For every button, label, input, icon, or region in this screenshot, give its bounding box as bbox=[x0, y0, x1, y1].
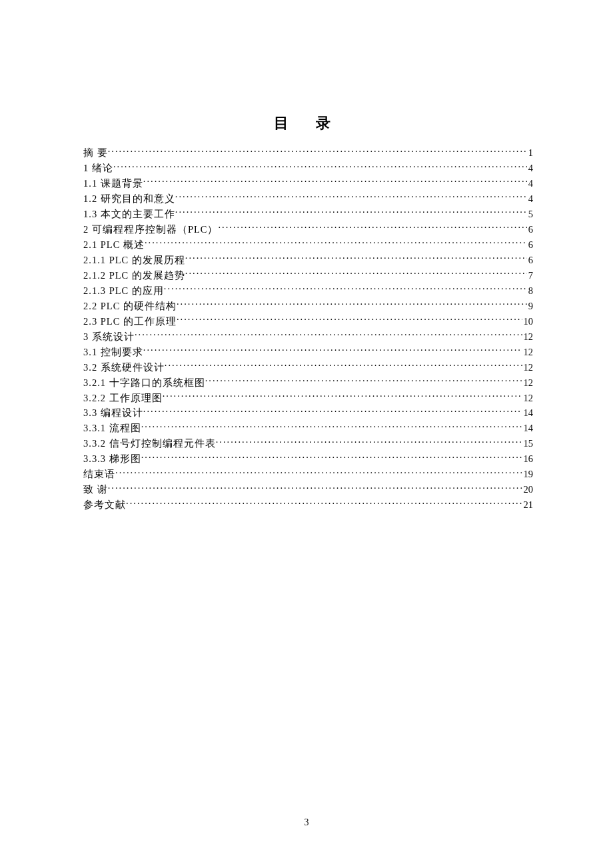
toc-row: 3.3 编程设计 14 bbox=[83, 405, 533, 420]
toc-entry-label: 2.3 PLC 的工作原理 bbox=[83, 314, 177, 329]
toc-entry-label: 2 可编程程序控制器（PLC） bbox=[83, 222, 218, 237]
toc-entry-page: 4 bbox=[527, 191, 533, 206]
toc-row: 3.3.2 信号灯控制编程元件表 15 bbox=[83, 436, 533, 451]
toc-leader-dots bbox=[113, 161, 527, 171]
toc-entry-label: 3.1 控制要求 bbox=[83, 345, 143, 359]
toc-leader-dots bbox=[164, 284, 527, 294]
toc-entry-page: 8 bbox=[527, 283, 533, 298]
toc-row: 1.3 本文的主要工作 5 bbox=[83, 207, 533, 221]
toc-leader-dots bbox=[143, 177, 527, 187]
toc-leader-dots bbox=[141, 453, 522, 463]
toc-leader-dots bbox=[135, 330, 522, 340]
toc-leader-dots bbox=[115, 468, 522, 478]
toc-row: 2.3 PLC 的工作原理 10 bbox=[83, 314, 533, 329]
toc-leader-dots bbox=[205, 376, 522, 386]
toc-entry-label: 3.3.1 流程图 bbox=[83, 421, 141, 435]
toc-entry-label: 2.1.3 PLC 的应用 bbox=[83, 283, 164, 298]
toc-entry-page: 15 bbox=[522, 436, 534, 451]
toc-row: 1.1 课题背景 4 bbox=[83, 176, 533, 191]
toc-row: 结束语 19 bbox=[83, 467, 533, 481]
toc-entry-label: 3 系统设计 bbox=[83, 329, 135, 344]
toc-entry-label: 结束语 bbox=[83, 467, 115, 481]
toc-row: 3 系统设计 12 bbox=[83, 329, 533, 344]
toc-entry-page: 6 bbox=[527, 222, 533, 237]
toc-entry-label: 2.1.1 PLC 的发展历程 bbox=[83, 253, 185, 267]
toc-entry-page: 4 bbox=[527, 161, 533, 175]
page-number: 3 bbox=[0, 817, 613, 828]
toc-entry-label: 3.2.2 工作原理图 bbox=[83, 391, 163, 405]
toc-entry-page: 20 bbox=[522, 482, 534, 497]
toc-row: 致 谢 20 bbox=[83, 482, 533, 497]
toc-leader-dots bbox=[108, 483, 522, 493]
toc-leader-dots bbox=[163, 391, 522, 401]
toc-leader-dots bbox=[177, 299, 527, 309]
toc-entry-page: 14 bbox=[522, 405, 534, 420]
toc-entry-page: 12 bbox=[522, 391, 534, 405]
toc-row: 3.3.1 流程图 14 bbox=[83, 421, 533, 435]
toc-entry-page: 12 bbox=[522, 360, 534, 375]
toc-entry-label: 3.3 编程设计 bbox=[83, 405, 143, 420]
toc-entry-label: 1.2 研究目的和意义 bbox=[83, 191, 175, 206]
toc-leader-dots bbox=[216, 437, 522, 447]
toc-row: 2.1.1 PLC 的发展历程 6 bbox=[83, 253, 533, 267]
table-of-contents: 摘 要 11 绪论 41.1 课题背景 41.2 研究目的和意义 41.3 本文… bbox=[83, 145, 533, 513]
toc-leader-dots bbox=[185, 253, 527, 263]
document-page: 目 录 摘 要 11 绪论 41.1 课题背景 41.2 研究目的和意义 41.… bbox=[0, 0, 613, 513]
toc-row: 3.1 控制要求 12 bbox=[83, 345, 533, 359]
toc-entry-label: 致 谢 bbox=[83, 482, 108, 497]
toc-entry-page: 14 bbox=[522, 421, 534, 435]
toc-entry-label: 1.3 本文的主要工作 bbox=[83, 207, 175, 221]
toc-leader-dots bbox=[165, 361, 522, 371]
toc-row: 1 绪论 4 bbox=[83, 161, 533, 175]
toc-leader-dots bbox=[175, 207, 527, 217]
toc-row: 2 可编程程序控制器（PLC） 6 bbox=[83, 222, 533, 237]
toc-row: 摘 要 1 bbox=[83, 145, 533, 160]
toc-entry-label: 1.1 课题背景 bbox=[83, 176, 143, 191]
toc-leader-dots bbox=[218, 223, 526, 233]
toc-row: 3.2.1 十字路口的系统框图 12 bbox=[83, 375, 533, 390]
toc-entry-page: 9 bbox=[527, 299, 533, 313]
toc-leader-dots bbox=[143, 345, 522, 355]
toc-row: 1.2 研究目的和意义 4 bbox=[83, 191, 533, 206]
toc-entry-page: 19 bbox=[522, 467, 534, 481]
toc-leader-dots bbox=[126, 499, 522, 509]
toc-leader-dots bbox=[141, 422, 522, 432]
toc-entry-label: 2.1.2 PLC 的发展趋势 bbox=[83, 268, 185, 283]
toc-row: 参考文献 21 bbox=[83, 497, 533, 512]
toc-entry-label: 3.2.1 十字路口的系统框图 bbox=[83, 375, 205, 390]
toc-row: 2.1.3 PLC 的应用 8 bbox=[83, 283, 533, 298]
toc-entry-label: 摘 要 bbox=[83, 145, 108, 160]
toc-row: 2.1 PLC 概述 6 bbox=[83, 237, 533, 252]
toc-entry-label: 3.3.2 信号灯控制编程元件表 bbox=[83, 436, 216, 451]
toc-leader-dots bbox=[108, 147, 527, 157]
toc-entry-page: 12 bbox=[522, 345, 534, 359]
toc-entry-page: 4 bbox=[527, 176, 533, 191]
toc-leader-dots bbox=[175, 192, 527, 202]
toc-entry-page: 16 bbox=[522, 451, 534, 466]
toc-row: 3.3.3 梯形图 16 bbox=[83, 451, 533, 466]
toc-entry-page: 6 bbox=[527, 253, 533, 267]
toc-leader-dots bbox=[145, 238, 527, 248]
toc-entry-page: 10 bbox=[522, 314, 534, 329]
toc-entry-page: 6 bbox=[527, 237, 533, 252]
toc-leader-dots bbox=[143, 407, 522, 417]
toc-title: 目 录 bbox=[83, 113, 533, 133]
toc-entry-label: 3.3.3 梯形图 bbox=[83, 451, 141, 466]
toc-entry-page: 21 bbox=[522, 497, 534, 512]
toc-entry-label: 参考文献 bbox=[83, 497, 126, 512]
toc-row: 3.2 系统硬件设计 12 bbox=[83, 360, 533, 375]
toc-entry-page: 12 bbox=[522, 375, 534, 390]
toc-entry-label: 1 绪论 bbox=[83, 161, 113, 175]
toc-entry-page: 7 bbox=[527, 268, 533, 283]
toc-entry-page: 12 bbox=[522, 329, 534, 344]
toc-entry-page: 1 bbox=[527, 145, 533, 160]
toc-entry-page: 5 bbox=[527, 207, 533, 221]
toc-row: 3.2.2 工作原理图 12 bbox=[83, 391, 533, 405]
toc-entry-label: 2.1 PLC 概述 bbox=[83, 237, 145, 252]
toc-entry-label: 2.2 PLC 的硬件结构 bbox=[83, 299, 177, 313]
toc-entry-label: 3.2 系统硬件设计 bbox=[83, 360, 165, 375]
toc-row: 2.2 PLC 的硬件结构 9 bbox=[83, 299, 533, 313]
toc-leader-dots bbox=[185, 269, 527, 279]
toc-row: 2.1.2 PLC 的发展趋势 7 bbox=[83, 268, 533, 283]
toc-leader-dots bbox=[177, 315, 522, 325]
